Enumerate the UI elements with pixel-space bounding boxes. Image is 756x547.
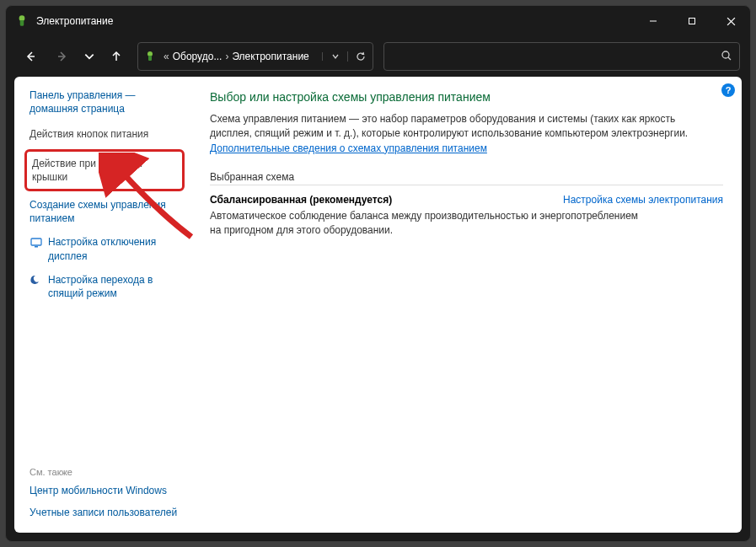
sidebar-link-user-accounts[interactable]: Учетные записи пользователей (29, 506, 183, 519)
sidebar: Панель управления — домашняя страница Де… (14, 77, 191, 533)
search-icon (721, 50, 732, 64)
breadcrumb-ellipsis: « (162, 51, 171, 62)
sidebar-link-label: Настройка отключения дисплея (48, 235, 183, 262)
nav-forward-button[interactable] (48, 42, 77, 71)
see-also-heading: См. также (29, 467, 183, 477)
plan-settings-link[interactable]: Настройка схемы электропитания (563, 194, 723, 206)
plan-description: Автоматическое соблюдение баланса между … (210, 209, 648, 238)
sidebar-link-lid-action[interactable]: Действие при закрытии крышки (24, 149, 185, 191)
breadcrumb-sep: › (223, 51, 230, 62)
svg-point-11 (722, 51, 729, 58)
nav-recent-button[interactable] (80, 42, 99, 71)
section-selected-plan: Выбранная схема (210, 171, 723, 183)
sidebar-link-label: Действия кнопок питания (29, 127, 148, 141)
svg-rect-10 (148, 56, 152, 61)
more-info-link[interactable]: Дополнительные сведения о схемах управле… (210, 142, 487, 154)
breadcrumb-part2[interactable]: Электропитание (230, 51, 310, 62)
address-dropdown-button[interactable] (322, 52, 347, 61)
window-root: Электропитание « Оборудо. (5, 5, 751, 542)
svg-line-12 (728, 57, 731, 60)
sidebar-link-label: Настройка перехода в спящий режим (48, 273, 183, 300)
address-icon (138, 50, 162, 63)
sidebar-home-link[interactable]: Панель управления — домашняя страница (29, 88, 183, 115)
breadcrumb-part1[interactable]: Оборудо... (171, 51, 224, 62)
svg-rect-3 (689, 19, 695, 24)
window-title: Электропитание (36, 15, 113, 27)
close-button[interactable] (711, 8, 750, 35)
sidebar-link-display-off[interactable]: Настройка отключения дисплея (29, 235, 183, 262)
svg-rect-14 (35, 246, 38, 248)
page-description: Схема управления питанием — это набор па… (210, 112, 716, 156)
help-button[interactable]: ? (721, 83, 735, 97)
sidebar-link-label: Учетные записи пользователей (29, 506, 177, 519)
divider (210, 185, 723, 185)
sidebar-link-sleep[interactable]: Настройка перехода в спящий режим (29, 273, 183, 300)
address-bar[interactable]: « Оборудо... › Электропитание (137, 42, 373, 71)
search-input[interactable] (383, 42, 740, 71)
nav-up-button[interactable] (102, 42, 131, 71)
svg-rect-1 (20, 20, 24, 26)
main-panel: ? Выбор или настройка схемы управления п… (191, 77, 742, 533)
nav-back-button[interactable] (16, 42, 45, 71)
content-area: Панель управления — домашняя страница Де… (14, 77, 742, 533)
maximize-button[interactable] (673, 8, 711, 35)
sidebar-link-create-plan[interactable]: Создание схемы управления питанием (29, 198, 183, 225)
sidebar-link-label: Создание схемы управления питанием (29, 198, 183, 225)
refresh-button[interactable] (347, 51, 373, 62)
app-icon (14, 13, 29, 29)
page-heading: Выбор или настройка схемы управления пит… (210, 90, 723, 104)
minimize-button[interactable] (634, 8, 673, 35)
navbar: « Оборудо... › Электропитание (6, 36, 750, 77)
plan-name: Сбалансированная (рекомендуется) (210, 194, 555, 206)
moon-icon (29, 274, 43, 287)
monitor-icon (29, 236, 43, 249)
sidebar-link-label: Действие при закрытии крышки (32, 157, 177, 184)
plan-row: Сбалансированная (рекомендуется) Настрой… (210, 194, 723, 206)
titlebar: Электропитание (6, 6, 750, 36)
sidebar-link-power-buttons[interactable]: Действия кнопок питания (29, 127, 183, 141)
svg-rect-13 (31, 239, 41, 245)
sidebar-link-label: Центр мобильности Windows (29, 484, 167, 497)
sidebar-link-mobility-center[interactable]: Центр мобильности Windows (29, 484, 183, 497)
